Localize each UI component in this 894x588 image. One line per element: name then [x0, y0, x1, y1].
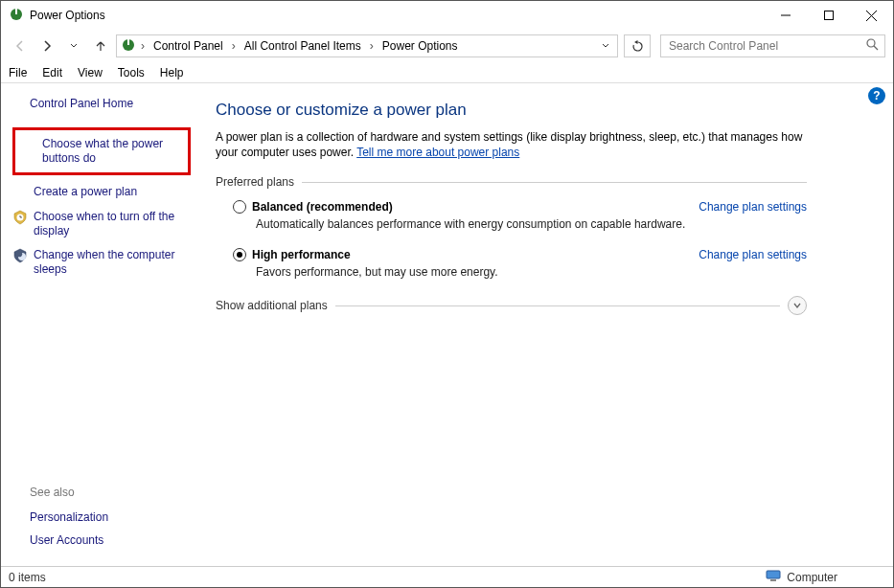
menubar: File Edit View Tools Help — [1, 62, 893, 83]
sidebar-item-create-plan[interactable]: Create a power plan — [12, 185, 191, 200]
shield-clock-icon — [12, 210, 28, 225]
change-plan-settings-link[interactable]: Change plan settings — [699, 200, 807, 214]
computer-icon — [766, 570, 781, 584]
refresh-button[interactable] — [624, 34, 651, 57]
menu-tools[interactable]: Tools — [118, 66, 145, 79]
blank-icon — [12, 185, 28, 200]
plan-name[interactable]: High performance — [252, 248, 351, 261]
show-additional-label: Show additional plans — [216, 299, 328, 312]
chevron-right-icon[interactable]: › — [138, 39, 148, 53]
page-heading: Choose or customize a power plan — [216, 101, 807, 120]
svg-rect-3 — [824, 11, 833, 20]
preferred-plans-label: Preferred plans — [216, 175, 294, 189]
sidebar-item-power-buttons[interactable]: Choose what the power buttons do — [12, 127, 191, 175]
back-button[interactable] — [9, 34, 32, 57]
plan-high-performance: High performance Change plan settings Fa… — [233, 248, 807, 279]
menu-help[interactable]: Help — [160, 66, 184, 79]
breadcrumb-item[interactable]: All Control Panel Items — [241, 37, 365, 55]
see-also-header: See also — [30, 486, 191, 499]
navbar: › Control Panel › All Control Panel Item… — [1, 30, 893, 62]
titlebar: Power Options — [1, 1, 893, 30]
radio-balanced[interactable] — [233, 200, 246, 214]
show-additional-plans[interactable]: Show additional plans — [216, 296, 807, 315]
svg-rect-11 — [767, 571, 780, 578]
breadcrumb-item[interactable]: Control Panel — [149, 37, 227, 55]
see-also-personalization[interactable]: Personalization — [30, 510, 191, 524]
divider — [335, 305, 780, 306]
page-description: A power plan is a collection of hardware… — [216, 129, 807, 160]
svg-point-8 — [867, 39, 875, 47]
up-button[interactable] — [89, 34, 112, 57]
breadcrumb-item[interactable]: Power Options — [378, 37, 462, 55]
sidebar-item-label: Choose what the power buttons do — [42, 137, 182, 166]
breadcrumb-icon — [121, 37, 136, 56]
search-icon[interactable] — [866, 38, 879, 54]
divider — [302, 182, 807, 183]
svg-rect-1 — [15, 9, 17, 14]
plan-name[interactable]: Balanced (recommended) — [252, 200, 393, 214]
maximize-button[interactable] — [807, 1, 850, 30]
search-box[interactable] — [660, 34, 885, 57]
chevron-down-icon[interactable] — [788, 296, 807, 315]
svg-line-9 — [874, 46, 878, 50]
breadcrumb[interactable]: › Control Panel › All Control Panel Item… — [116, 34, 618, 57]
main-content: Choose or customize a power plan A power… — [200, 83, 893, 566]
forward-button[interactable] — [35, 34, 58, 57]
sidebar-item-label: Create a power plan — [34, 185, 137, 199]
sidebar-item-display-off[interactable]: Choose when to turn off the display — [12, 210, 191, 238]
menu-view[interactable]: View — [78, 66, 103, 79]
app-icon — [9, 7, 24, 25]
see-also-user-accounts[interactable]: User Accounts — [30, 533, 191, 547]
blank-icon — [21, 137, 36, 152]
statusbar: 0 items Computer — [1, 566, 893, 587]
status-item-count: 0 items — [9, 571, 46, 584]
control-panel-home-link[interactable]: Control Panel Home — [30, 97, 191, 110]
body: ? Control Panel Home Choose what the pow… — [1, 83, 893, 566]
plan-balanced: Balanced (recommended) Change plan setti… — [233, 200, 807, 231]
menu-edit[interactable]: Edit — [42, 66, 62, 79]
minimize-button[interactable] — [764, 1, 807, 30]
sidebar: Control Panel Home Choose what the power… — [1, 83, 200, 566]
chevron-right-icon[interactable]: › — [367, 39, 377, 53]
sidebar-item-sleep[interactable]: Change when the computer sleeps — [12, 248, 191, 277]
preferred-plans-header: Preferred plans — [216, 175, 807, 189]
change-plan-settings-link[interactable]: Change plan settings — [699, 248, 807, 261]
search-input[interactable] — [667, 38, 866, 54]
sidebar-item-label: Change when the computer sleeps — [34, 248, 191, 277]
sidebar-item-label: Choose when to turn off the display — [34, 210, 191, 238]
svg-rect-12 — [770, 579, 776, 581]
status-location: Computer — [787, 571, 837, 584]
close-button[interactable] — [850, 1, 893, 30]
plan-description: Favors performance, but may use more ene… — [256, 265, 807, 279]
plan-description: Automatically balances performance with … — [256, 217, 807, 231]
recent-dropdown-icon[interactable] — [62, 34, 85, 57]
svg-rect-7 — [127, 39, 129, 45]
radio-high-performance[interactable] — [233, 248, 246, 261]
window-title: Power Options — [30, 9, 105, 22]
breadcrumb-dropdown-icon[interactable] — [598, 39, 613, 53]
menu-file[interactable]: File — [9, 66, 27, 79]
chevron-right-icon[interactable]: › — [229, 39, 239, 53]
tell-me-more-link[interactable]: Tell me more about power plans — [356, 146, 519, 159]
help-icon[interactable]: ? — [868, 87, 885, 104]
shield-moon-icon — [12, 248, 28, 263]
